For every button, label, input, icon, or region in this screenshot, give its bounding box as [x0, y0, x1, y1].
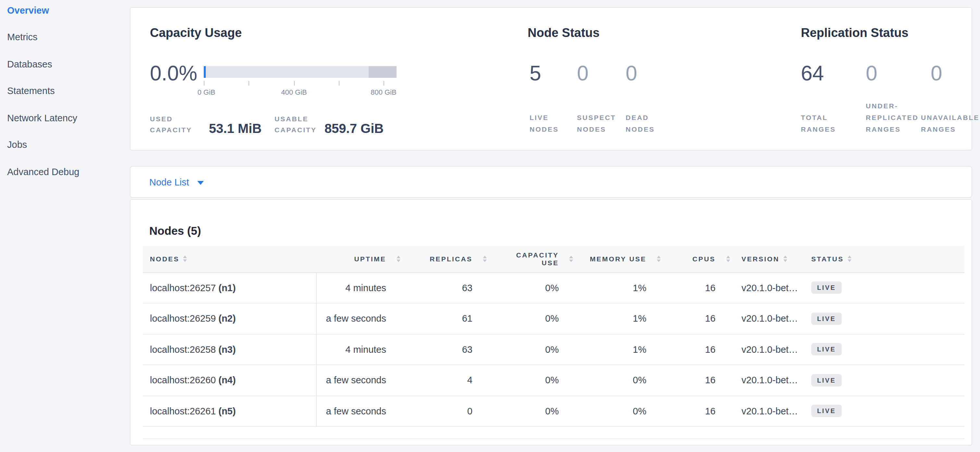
suspect-nodes-label: SUSPECTNODES — [577, 111, 616, 135]
version-cell: v20.1.0-bet… — [720, 406, 807, 416]
nodes-table-card: Nodes (5) NODES UPTIME REPLICAS CAPACITY… — [130, 199, 972, 446]
column-header-status[interactable]: STATUS — [807, 246, 964, 272]
status-badge: LIVE — [811, 282, 842, 294]
dead-nodes-value: 0 — [626, 62, 637, 84]
column-header-replicas[interactable]: REPLICAS — [391, 246, 477, 272]
under-replicated-value: 0 — [866, 62, 877, 84]
replicas-cell: 4 — [391, 375, 477, 385]
memory-use-cell: 1% — [563, 314, 651, 324]
node-list-dropdown-label: Node List — [149, 177, 189, 187]
cpus-cell: 16 — [651, 406, 720, 416]
replicas-cell: 63 — [391, 344, 477, 355]
replication-status-title: Replication Status — [801, 26, 908, 40]
under-replicated-label: UNDER-REPLICATEDRANGES — [866, 100, 919, 135]
column-header-cpus[interactable]: CPUS — [651, 246, 720, 272]
table-header-row: NODES UPTIME REPLICAS CAPACITYUSE MEMORY… — [143, 246, 964, 273]
nodes-table: NODES UPTIME REPLICAS CAPACITYUSE MEMORY… — [143, 246, 964, 439]
chevron-down-icon — [197, 181, 204, 184]
suspect-nodes-value: 0 — [577, 62, 589, 84]
sidebar-item-advanced-debug[interactable]: Advanced Debug — [0, 158, 129, 185]
admin-ui-page: Overview Metrics Databases Statements Ne… — [0, 0, 980, 452]
replicas-cell: 61 — [391, 314, 477, 324]
uptime-cell: 4 minutes — [316, 283, 391, 293]
replicas-cell: 0 — [391, 406, 477, 416]
node-address[interactable]: localhost:26260 (n4) — [143, 375, 316, 385]
sidebar-item-metrics[interactable]: Metrics — [0, 24, 129, 51]
capacity-use-cell: 0% — [477, 406, 563, 416]
unavailable-ranges-value: 0 — [931, 62, 942, 84]
memory-use-cell: 0% — [563, 375, 651, 385]
status-badge: LIVE — [811, 312, 842, 325]
axis-label-0: 0 GiB — [197, 88, 215, 96]
axis-tick — [383, 81, 384, 86]
replicas-cell: 63 — [391, 283, 477, 293]
axis-tick — [204, 81, 204, 86]
version-cell: v20.1.0-bet… — [720, 283, 807, 293]
live-nodes-value: 5 — [530, 62, 541, 84]
status-cell: LIVE — [807, 312, 964, 325]
capacity-stats: USED CAPACITY 53.1 MiB USABLE CAPACITY 8… — [150, 114, 383, 136]
capacity-percent: 0.0% — [150, 62, 197, 84]
cpus-cell: 16 — [651, 344, 720, 355]
sidebar-item-overview[interactable]: Overview — [0, 0, 129, 24]
sidebar-item-network-latency[interactable]: Network Latency — [0, 105, 129, 131]
axis-label-400: 400 GiB — [281, 88, 307, 96]
sidebar-item-jobs[interactable]: Jobs — [0, 131, 129, 158]
column-header-memory-use[interactable]: MEMORY USE — [563, 246, 651, 272]
status-cell: LIVE — [807, 282, 964, 294]
node-status-title: Node Status — [528, 26, 600, 40]
sidebar: Overview Metrics Databases Statements Ne… — [0, 0, 129, 452]
memory-use-cell: 1% — [563, 283, 651, 293]
uptime-cell: 4 minutes — [316, 344, 391, 355]
uptime-cell: a few seconds — [316, 375, 391, 385]
node-list-card: Node List — [130, 166, 972, 198]
axis-tick — [339, 81, 339, 86]
nodes-heading: Nodes (5) — [149, 224, 201, 238]
capacity-usage-bar — [204, 66, 396, 78]
node-address[interactable]: localhost:26259 (n2) — [143, 314, 316, 324]
column-header-nodes[interactable]: NODES — [143, 246, 316, 272]
unavailable-ranges-label: UNAVAILABLERANGES — [921, 111, 979, 135]
version-cell: v20.1.0-bet… — [720, 344, 807, 355]
usable-capacity-label: USABLE CAPACITY — [275, 114, 317, 136]
nodes-column-divider — [316, 273, 317, 427]
column-header-capacity-use[interactable]: CAPACITYUSE — [477, 246, 563, 272]
axis-tick — [294, 81, 295, 86]
node-address[interactable]: localhost:26261 (n5) — [143, 406, 316, 416]
table-row: localhost:26257 (n1) 4 minutes 63 0% 1% … — [143, 273, 964, 303]
axis-tick — [248, 81, 249, 86]
status-cell: LIVE — [807, 405, 964, 417]
table-row: localhost:26261 (n5) a few seconds 0 0% … — [143, 396, 964, 427]
used-capacity-value: 53.1 MiB — [209, 121, 262, 136]
column-header-version[interactable]: VERSION — [720, 246, 807, 272]
sidebar-item-databases[interactable]: Databases — [0, 51, 129, 78]
table-row: localhost:26259 (n2) a few seconds 61 0%… — [143, 303, 964, 334]
total-ranges-label: TOTALRANGES — [801, 111, 836, 135]
node-address[interactable]: localhost:26257 (n1) — [143, 283, 316, 293]
cpus-cell: 16 — [651, 283, 720, 293]
live-nodes-label: LIVENODES — [530, 111, 559, 135]
capacity-use-cell: 0% — [477, 344, 563, 355]
capacity-use-cell: 0% — [477, 375, 563, 385]
status-badge: LIVE — [811, 343, 842, 356]
cluster-summary-card: Capacity Usage 0.0% 0 GiB 400 GiB 800 Gi… — [130, 7, 972, 151]
axis-label-800: 800 GiB — [371, 88, 396, 96]
column-header-uptime[interactable]: UPTIME — [316, 246, 391, 272]
capacity-usage-title: Capacity Usage — [150, 26, 242, 40]
capacity-used-indicator — [204, 66, 205, 78]
node-list-dropdown[interactable]: Node List — [130, 177, 204, 187]
cpus-cell: 16 — [651, 375, 720, 385]
cpus-cell: 16 — [651, 314, 720, 324]
capacity-use-cell: 0% — [477, 283, 563, 293]
node-address[interactable]: localhost:26258 (n3) — [143, 344, 316, 355]
total-ranges-value: 64 — [801, 62, 824, 84]
memory-use-cell: 1% — [563, 344, 651, 355]
sort-icon — [848, 256, 851, 262]
sort-icon — [783, 256, 787, 262]
dead-nodes-label: DEADNODES — [626, 111, 655, 135]
uptime-cell: a few seconds — [316, 406, 391, 416]
usable-capacity-value: 859.7 GiB — [325, 121, 383, 136]
memory-use-cell: 0% — [563, 406, 651, 416]
sidebar-item-statements[interactable]: Statements — [0, 78, 129, 105]
sort-icon — [183, 256, 187, 262]
